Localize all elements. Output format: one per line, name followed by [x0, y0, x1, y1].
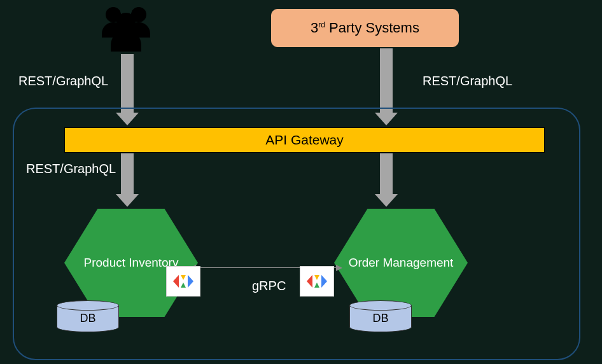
product-inventory-label: Product Inventory [84, 255, 179, 271]
svg-marker-7 [307, 275, 312, 288]
product-db: DB [57, 300, 119, 332]
arrow-gateway-to-order [380, 153, 393, 197]
protocol-label-users: REST/GraphQL [18, 74, 108, 88]
svg-marker-5 [181, 275, 186, 280]
order-db: DB [349, 300, 412, 332]
third-party-label: 3rd Party Systems [311, 20, 419, 36]
third-party-systems-box: 3rd Party Systems [271, 9, 459, 47]
arrow-thirdparty-to-gateway [380, 48, 393, 115]
arrow-gateway-to-product [121, 153, 134, 197]
svg-marker-9 [314, 275, 319, 280]
users-icon [94, 3, 158, 53]
grpc-badge-icon [300, 266, 334, 297]
svg-marker-10 [314, 283, 319, 288]
architecture-diagram: 3rd Party Systems REST/GraphQL REST/Grap… [0, 0, 602, 364]
grpc-label: gRPC [252, 279, 286, 293]
product-db-label: DB [57, 312, 119, 325]
api-gateway-box: API Gateway [64, 127, 545, 153]
grpc-badge-icon [166, 266, 200, 297]
svg-marker-8 [321, 275, 327, 288]
api-gateway-label: API Gateway [265, 132, 344, 148]
svg-marker-6 [181, 283, 186, 288]
order-management-label: Order Management [349, 255, 454, 271]
protocol-label-gateway-to-product: REST/GraphQL [26, 162, 116, 176]
svg-marker-3 [173, 275, 179, 288]
protocol-label-third-party: REST/GraphQL [423, 74, 512, 88]
svg-marker-4 [188, 275, 193, 288]
order-db-label: DB [349, 312, 412, 325]
arrow-users-to-gateway [121, 54, 134, 115]
svg-point-2 [116, 13, 136, 32]
